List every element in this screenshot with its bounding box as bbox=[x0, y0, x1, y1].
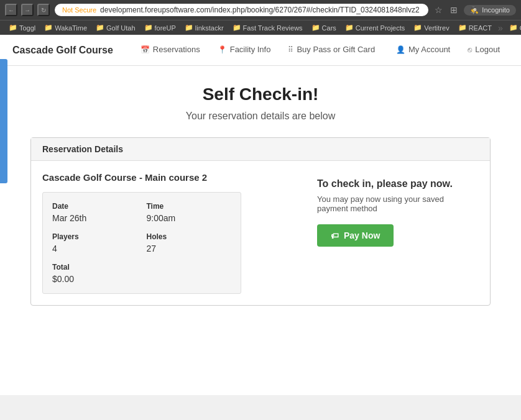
bookmark-wakatime[interactable]: 📁 WakaTime bbox=[40, 22, 91, 33]
bookmark-foreup[interactable]: 📁 foreUP bbox=[141, 22, 180, 33]
account-icon: 👤 bbox=[396, 45, 405, 54]
holes-detail: Holes 27 bbox=[147, 232, 232, 253]
nav-logout[interactable]: ⎋ Logout bbox=[459, 35, 509, 66]
forward-button[interactable]: → bbox=[21, 4, 34, 16]
calendar-icon: 📅 bbox=[141, 45, 150, 54]
reservation-card: Reservation Details Cascade Golf Course … bbox=[30, 137, 491, 306]
nav-buy-pass[interactable]: ⠿ Buy Pass or Gift Card bbox=[279, 35, 384, 66]
time-value: 9:00am bbox=[147, 213, 232, 223]
nav-right: 👤 My Account ⎋ Logout bbox=[387, 35, 509, 66]
page-subtitle: Your reservation details are below bbox=[30, 111, 491, 122]
sidebar-strip bbox=[0, 59, 7, 183]
nav-facility-info[interactable]: 📍 Facility Info bbox=[209, 35, 280, 66]
reservation-card-header: Reservation Details bbox=[31, 138, 490, 161]
nav-reservations-label: Reservations bbox=[153, 45, 200, 54]
site-nav: Cascade Golf Course 📅 Reservations 📍 Fac… bbox=[0, 35, 521, 66]
holes-value: 27 bbox=[147, 244, 232, 253]
players-detail: Players 4 bbox=[52, 232, 137, 253]
bookmark-toggl[interactable]: 📁 Toggl bbox=[5, 22, 39, 33]
grid-icon: ⠿ bbox=[288, 45, 293, 54]
date-value: Mar 26th bbox=[52, 213, 137, 223]
bookmark-cars[interactable]: 📁 Cars bbox=[308, 22, 340, 33]
nav-logout-label: Logout bbox=[475, 45, 500, 54]
nav-my-account[interactable]: 👤 My Account bbox=[387, 35, 459, 66]
course-name: Cascade Golf Course - Main course 2 bbox=[42, 172, 292, 183]
security-warning: Not Secure bbox=[62, 6, 96, 14]
browser-controls: ← → ↻ bbox=[5, 4, 50, 16]
bookmark-vertitrev[interactable]: 📁 Vertitrev bbox=[410, 22, 453, 33]
bookmark-react[interactable]: 📁 REACT bbox=[454, 22, 496, 33]
total-label: Total bbox=[52, 263, 231, 272]
nav-facility-label: Facility Info bbox=[230, 45, 271, 54]
details-grid: Date Mar 26th Time 9:00am Players 4 Ho bbox=[42, 192, 241, 294]
nav-reservations[interactable]: 📅 Reservations bbox=[132, 35, 209, 66]
main-content: Self Check-in! Your reservation details … bbox=[18, 66, 503, 324]
reload-button[interactable]: ↻ bbox=[37, 4, 50, 16]
time-label: Time bbox=[147, 202, 232, 211]
players-value: 4 bbox=[52, 244, 137, 253]
total-detail: Total $0.00 bbox=[52, 263, 231, 284]
pay-now-label: Pay Now bbox=[344, 231, 380, 240]
holes-label: Holes bbox=[147, 232, 232, 241]
reservation-details-left: Cascade Golf Course - Main course 2 Date… bbox=[42, 172, 292, 294]
incognito-badge: 🕵 Incognito bbox=[464, 5, 516, 16]
site-logo: Cascade Golf Course bbox=[12, 45, 113, 56]
star-button[interactable]: ☆ bbox=[433, 4, 444, 16]
bookmark-fasttrack[interactable]: 📁 Fast Track Reviews bbox=[229, 22, 307, 33]
players-label: Players bbox=[52, 232, 137, 241]
bookmark-golfutah[interactable]: 📁 Golf Utah bbox=[92, 22, 139, 33]
extensions-button[interactable]: ⊞ bbox=[449, 4, 459, 16]
payment-title: To check in, please pay now. bbox=[317, 178, 466, 189]
nav-account-label: My Account bbox=[408, 45, 450, 54]
bookmark-otherbookmarks[interactable]: 📁 Other Bookmarks bbox=[505, 22, 521, 33]
reservation-card-body: Cascade Golf Course - Main course 2 Date… bbox=[31, 161, 490, 305]
payment-subtitle: You may pay now using your saved payment… bbox=[317, 194, 466, 213]
browser-chrome: ← → ↻ Not Secure development.foreupsoftw… bbox=[0, 0, 521, 35]
tag-icon: 🏷 bbox=[331, 231, 339, 240]
back-button[interactable]: ← bbox=[5, 4, 17, 16]
bookmark-separator: » bbox=[498, 23, 503, 33]
payment-section: To check in, please pay now. You may pay… bbox=[305, 172, 479, 294]
address-bar[interactable]: Not Secure development.foreupsoftware.co… bbox=[55, 4, 428, 16]
nav-links: 📅 Reservations 📍 Facility Info ⠿ Buy Pas… bbox=[132, 35, 387, 66]
browser-titlebar: ← → ↻ Not Secure development.foreupsoftw… bbox=[0, 0, 521, 20]
logout-icon: ⎋ bbox=[468, 45, 472, 54]
bookmark-linkstackr[interactable]: 📁 linkstackr bbox=[181, 22, 228, 33]
location-icon: 📍 bbox=[218, 45, 227, 54]
url-text: development.foreupsoftware.com/index.php… bbox=[100, 6, 420, 14]
incognito-icon: 🕵 bbox=[470, 6, 479, 14]
bookmark-currentprojects[interactable]: 📁 Current Projects bbox=[341, 22, 408, 33]
total-value: $0.00 bbox=[52, 274, 231, 284]
bookmarks-bar: 📁 Toggl 📁 WakaTime 📁 Golf Utah 📁 foreUP … bbox=[0, 20, 521, 35]
pay-now-button[interactable]: 🏷 Pay Now bbox=[317, 224, 394, 247]
website: Cascade Golf Course 📅 Reservations 📍 Fac… bbox=[0, 35, 521, 395]
date-detail: Date Mar 26th bbox=[52, 202, 137, 223]
date-label: Date bbox=[52, 202, 137, 211]
page-title: Self Check-in! bbox=[30, 84, 491, 104]
browser-actions: ☆ ⊞ 🕵 Incognito bbox=[433, 4, 516, 16]
nav-buy-pass-label: Buy Pass or Gift Card bbox=[297, 45, 375, 54]
incognito-label: Incognito bbox=[482, 6, 510, 14]
time-detail: Time 9:00am bbox=[147, 202, 232, 223]
